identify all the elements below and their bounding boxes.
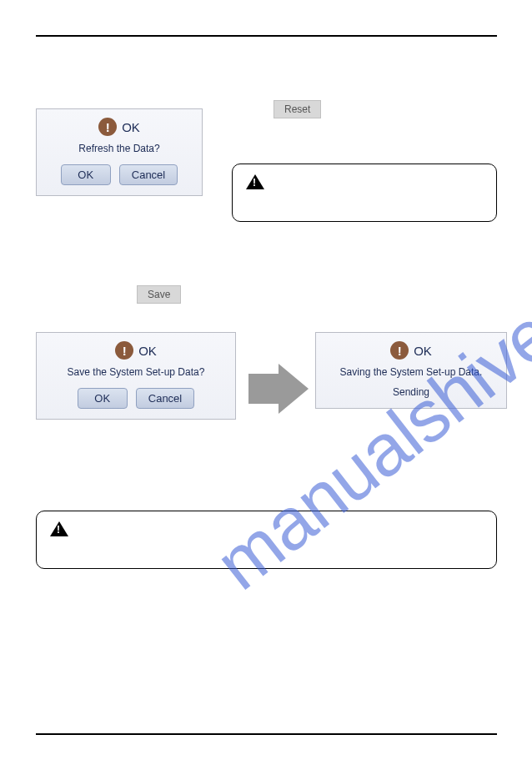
save-button-label: Save: [148, 289, 170, 300]
refresh-data-dialog: ! OK Refresh the Data? OK Cancel: [36, 108, 203, 196]
dialog-message: Save the System Set-up Data?: [37, 366, 235, 378]
dialog-header: ! OK: [37, 333, 235, 360]
exclamation-icon: !: [115, 341, 133, 360]
reset-button-label: Reset: [284, 103, 310, 115]
dialog-header: ! OK: [37, 109, 202, 136]
dialog-title: OK: [138, 344, 157, 358]
dialog-status: Sending: [316, 386, 506, 408]
horizontal-rule-bottom: [36, 733, 497, 735]
dialog-buttons: OK Cancel: [37, 164, 202, 195]
exclamation-icon: !: [98, 118, 117, 136]
saving-dialog: ! OK Saving the System Set-up Data. Send…: [315, 332, 507, 409]
save-setup-dialog: ! OK Save the System Set-up Data? OK Can…: [36, 332, 236, 420]
warning-triangle-icon: [50, 521, 68, 536]
dialog-header: ! OK: [316, 333, 506, 360]
arrow-body: [248, 374, 279, 404]
exclamation-icon: !: [390, 341, 409, 360]
ok-button[interactable]: OK: [61, 164, 111, 185]
cancel-button[interactable]: Cancel: [119, 164, 178, 185]
arrow-head: [279, 364, 309, 414]
ok-button-label: OK: [78, 169, 93, 181]
cancel-button-label: Cancel: [148, 392, 182, 405]
caution-box: [232, 164, 497, 222]
warning-triangle-icon: [246, 174, 264, 189]
caution-box: [36, 511, 497, 569]
dialog-message: Saving the System Set-up Data.: [316, 366, 506, 378]
dialog-buttons: OK Cancel: [37, 388, 235, 419]
cancel-button[interactable]: Cancel: [136, 388, 194, 409]
save-button[interactable]: Save: [137, 285, 181, 304]
dialog-title: OK: [122, 120, 140, 134]
dialog-title: OK: [414, 344, 432, 358]
reset-button[interactable]: Reset: [274, 100, 321, 118]
horizontal-rule-top: [36, 35, 497, 37]
cancel-button-label: Cancel: [132, 169, 165, 181]
dialog-message: Refresh the Data?: [37, 143, 202, 154]
ok-button-label: OK: [94, 392, 110, 405]
ok-button[interactable]: OK: [78, 388, 128, 409]
